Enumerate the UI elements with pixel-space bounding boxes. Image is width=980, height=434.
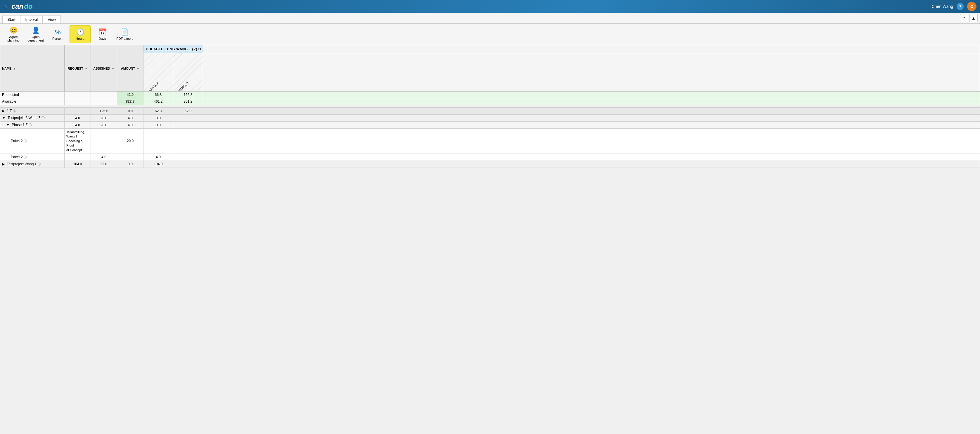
user-avatar[interactable]: C [967,2,977,11]
expand-icon-1[interactable]: ▶ [2,109,5,113]
sum-1-amount: 0.0 [117,108,143,115]
project-wang-wang-a: 104.0 [143,161,173,168]
days-button[interactable]: 📅 Days [92,26,113,43]
packet-2b-label: Paket 2 [11,155,23,159]
refresh-button[interactable]: ↺ [960,14,968,22]
pdf-export-button[interactable]: 📄 PDF export [114,26,135,43]
packet-2a-wang-a [143,129,173,154]
tab-interval[interactable]: Interval [20,15,43,23]
wang-a-label: WANG, A [147,81,159,91]
open-department-label: Open department [27,35,44,42]
hours-button[interactable]: 🕐 Hours [70,26,91,43]
phase-1-label: Phase 1 Σ [12,123,28,127]
pdf-export-icon: 📄 [121,29,129,36]
requested-wang-a: 66.8 [143,91,173,98]
percent-button[interactable]: % Percent [47,26,68,43]
available-wang-a: 461.2 [143,98,173,105]
phase-1-wang-a: 0.0 [143,122,173,129]
table-wrapper[interactable]: NAME ▼ REQUEST ▼ ASSIGNED ▼ AMOUNT ▼ [0,45,980,434]
help-button[interactable]: ? [957,3,964,10]
packet-2b-info-icon[interactable]: ⓘ [24,155,27,159]
packet-2a-row: Paket 2 ⓘ TeilabteilungWang 1Coaching a … [0,129,980,154]
available-assigned [91,98,117,105]
open-department-icon: 👤 [32,27,40,34]
phase-1-row: ▼ Phase 1 Σ ⓘ 4.0 20.0 4.0 0.0 [0,122,980,129]
project-3-extra [203,115,980,122]
agree-planning-icon: 😊 [10,27,18,34]
project-wang-row: ▶ Testprojekt Wang Σ ⓘ 104.0 22.0 0.0 10… [0,161,980,168]
expand-icon-proj-wang[interactable]: ▶ [2,162,5,166]
packet-2b-extra [203,153,980,161]
phase-1-assigned: 20.0 [91,122,117,129]
packet-2a-label: Paket 2 [11,139,23,143]
sum-1-assigned: 125.6 [91,108,117,115]
sum-1-info-icon[interactable]: ⓘ [13,109,16,113]
tab-view[interactable]: View [43,15,61,23]
phase-1-amount: 4.0 [117,122,143,129]
expand-icon-phase1[interactable]: ▼ [6,123,10,127]
packet-2b-amount [117,153,143,161]
request-filter-icon[interactable]: ▼ [85,67,88,70]
packet-2a-extra [203,129,980,154]
requested-extra [203,91,980,98]
sum-1-extra [203,108,980,115]
available-request [65,98,91,105]
collapse-button[interactable]: ▲ [969,14,978,22]
available-extra [203,98,980,105]
requested-wang-b: 166.8 [173,91,203,98]
project-3-amount: 4.0 [117,115,143,122]
project-wang-extra [203,161,980,168]
packet-2a-wang-b [173,129,203,154]
project-3-wang-a: 0.0 [143,115,173,122]
packet-2b-wang-b [173,153,203,161]
project-wang-info-icon[interactable]: ⓘ [38,162,41,166]
packet-2a-info-icon[interactable]: ⓘ [24,139,27,143]
col-amount-header: AMOUNT [121,67,135,70]
phase-1-extra [203,122,980,129]
packet-2b-assigned: 4.0 [91,153,117,161]
percent-label: Percent [52,37,64,40]
amount-filter-icon[interactable]: ▼ [137,67,139,70]
packet-2b-name: Paket 2 ⓘ [0,153,65,161]
phase-1-wang-b [173,122,203,129]
app-logo: cando [11,2,33,11]
person-wang-a-header: WANG, A [143,53,173,91]
project-3-info-icon[interactable]: ⓘ [41,116,45,120]
sum-row-1: ▶ 1 Σ ⓘ 125.6 0.0 62.8 62.8 [0,108,980,115]
requested-request [65,91,91,98]
col-name-header: NAME [2,67,11,70]
requested-assigned [91,91,117,98]
assigned-filter-icon[interactable]: ▼ [111,67,115,70]
available-label: Available [0,98,65,105]
project-3-wang-b [173,115,203,122]
pdf-export-label: PDF export [116,37,133,40]
project-wang-label: Testprojekt Wang Σ [7,162,37,166]
col-request-header: REQUEST [67,67,83,70]
spacer-1 [0,105,980,108]
phase-1-info-icon[interactable]: ⓘ [29,123,32,127]
available-row: Available 822.3 461.2 361.2 [0,98,980,105]
packet-2a-name: Paket 2 ⓘ [0,129,65,154]
available-amount: 822.3 [117,98,143,105]
requested-label: Requested [0,91,65,98]
name-filter-icon[interactable]: ▼ [13,67,16,70]
main-table: NAME ▼ REQUEST ▼ ASSIGNED ▼ AMOUNT ▼ [0,45,980,168]
section-header: TEILABTEILUNG WANG 1 (V) H [143,45,203,53]
packet-2a-request: TeilabteilungWang 1Coaching a Proofof Co… [65,129,91,154]
expand-icon-proj3[interactable]: ▼ [2,116,6,120]
requested-row: Requested 42.0 66.8 166.8 [0,91,980,98]
agree-planning-label: Agree planning [7,35,19,42]
project-3-request: 4.0 [65,115,91,122]
person-wang-b-header: WANG, B [173,53,203,91]
open-department-button[interactable]: 👤 Open department [25,26,46,43]
home-icon[interactable]: ⌂ [3,3,7,10]
sum-1-name: ▶ 1 Σ ⓘ [0,108,65,115]
project-wang-amount: 0.0 [117,161,143,168]
days-icon: 📅 [99,29,107,36]
project-wang-assigned: 22.0 [91,161,117,168]
tab-start[interactable]: Start [2,15,20,23]
agree-planning-button[interactable]: 😊 Agree planning [3,26,24,43]
packet-2b-wang-a: 4.0 [143,153,173,161]
project-wang-wang-b [173,161,203,168]
hours-icon: 🕐 [76,29,84,36]
